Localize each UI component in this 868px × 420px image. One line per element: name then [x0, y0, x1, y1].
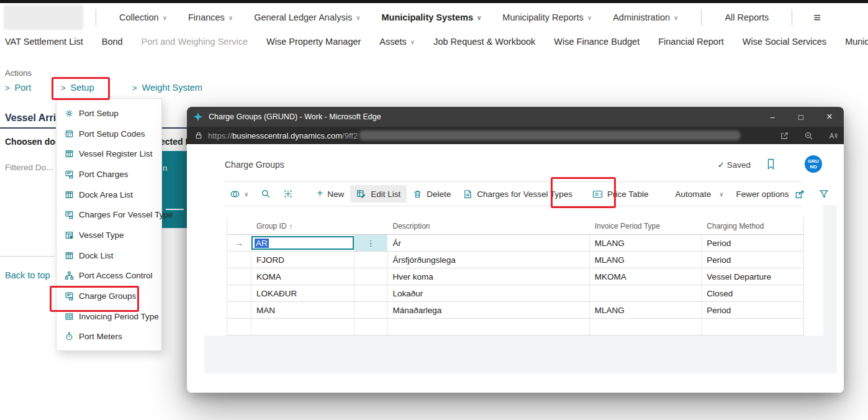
window-titlebar[interactable]: Charge Groups (GRUND) - Work - Microsoft… [187, 107, 844, 127]
cell-charging-method[interactable]: Period [702, 235, 803, 251]
cell-invoice-period-type[interactable]: MLANG [590, 302, 702, 318]
bookmark-icon[interactable] [766, 158, 775, 170]
ellipsis-vertical-icon[interactable]: ⋮ [355, 235, 387, 251]
chevron-down-icon: ∨ [587, 14, 592, 21]
header-charging-method[interactable]: Charging Method [702, 222, 803, 231]
expand-icon: > [61, 83, 66, 93]
menu-item-port-charges[interactable]: Port Charges [57, 164, 161, 185]
nav-financial-report[interactable]: Financial Report [658, 37, 724, 47]
cell-charging-method[interactable]: Closed [702, 285, 803, 301]
cell-charging-method[interactable]: Vessel Departure [702, 268, 803, 285]
menu-item-port-access-control[interactable]: Port Access Control [57, 266, 161, 286]
filter-icon[interactable] [819, 189, 829, 199]
nav-municipality-reports[interactable]: Municipality Reports∨ [502, 12, 592, 22]
header-description[interactable]: Description [387, 222, 589, 231]
url-bar[interactable]: https://businesscentral.dynamics.com/9ff… [187, 127, 844, 144]
expand-icon: > [5, 83, 10, 93]
price-card-icon [592, 189, 603, 199]
cell-description[interactable]: Lokaður [388, 285, 590, 301]
fewer-options-button[interactable]: Fewer options [730, 186, 795, 203]
action-port[interactable]: >Port [5, 83, 31, 93]
cell-description[interactable]: Mánaðarlega [388, 302, 590, 318]
menu-item-invoicing-period-type[interactable]: Invoicing Period Type [57, 306, 161, 327]
zoom-out-icon[interactable] [804, 131, 813, 140]
nav-job-request-workbook[interactable]: Job Request & Workbook [433, 37, 535, 47]
nav-finances[interactable]: Finances∨ [188, 12, 233, 22]
cell-group-id[interactable]: LOKAÐUR [251, 285, 355, 301]
nav-municipality-gateway[interactable]: Municipality gateway [845, 37, 868, 47]
user-avatar[interactable]: GRUND [805, 155, 822, 173]
url-domain: businesscentral.dynamics.com [232, 131, 342, 140]
cell-invoice-period-type[interactable] [590, 285, 702, 301]
view-list-icon[interactable] [843, 189, 844, 199]
screen: Collection∨ Finances∨ General Ledger Ana… [0, 0, 868, 420]
menu-item-port-setup[interactable]: Port Setup [57, 103, 161, 124]
nav-collection[interactable]: Collection∨ [119, 12, 167, 22]
cell-invoice-period-type[interactable]: MLANG [590, 235, 702, 251]
nav-wise-property-manager[interactable]: Wise Property Manager [266, 37, 361, 47]
menu-item-charges-for-vessel-type[interactable]: Charges For Vessel Type [57, 204, 161, 225]
chevron-down-icon: ∨ [477, 14, 481, 21]
filtered-dock-label: Filtered Do... [5, 163, 53, 172]
nav-administration[interactable]: Administration∨ [613, 12, 678, 22]
charges-for-vessel-types-button[interactable]: Charges for Vessel Types [457, 186, 579, 203]
read-aloud-icon[interactable] [828, 131, 838, 140]
table-columns-icon [65, 190, 74, 199]
delete-button[interactable]: Delete [407, 186, 457, 203]
cell-description[interactable]: Ársfjórðungslega [388, 252, 590, 268]
menu-item-vessel-type[interactable]: Vessel Type [57, 225, 161, 245]
cell-description[interactable]: Ár [387, 235, 589, 251]
action-weight-system[interactable]: >Weight System [132, 83, 202, 93]
header-invoice-period-type[interactable]: Invoice Period Type [590, 222, 702, 231]
search-icon[interactable] [261, 189, 271, 199]
back-to-top-link[interactable]: Back to top [5, 270, 50, 280]
window-title: Charge Groups (GRUND) - Work - Microsoft… [209, 112, 758, 121]
header-group-id[interactable]: Group ID↑ [251, 222, 355, 231]
table-grid-icon [65, 231, 74, 240]
cell-invoice-period-type[interactable]: MLANG [590, 252, 702, 268]
cell-charging-method[interactable]: Period [702, 302, 803, 318]
chevron-down-icon: ∨ [356, 14, 360, 21]
maximize-button[interactable]: □ [787, 107, 815, 127]
cell-invoice-period-type[interactable]: MKOMA [590, 268, 702, 285]
menu-item-charge-groups[interactable]: Charge Groups [57, 286, 161, 306]
nav-assets[interactable]: Assets∨ [379, 37, 415, 47]
share-icon[interactable] [795, 189, 805, 199]
menu-item-port-setup-codes[interactable]: Port Setup Codes [57, 124, 161, 144]
nav-port-and-weighing-service[interactable]: Port and Weighing Service [142, 37, 248, 47]
charges-doc-icon [65, 291, 74, 301]
open-in-new-window-icon[interactable] [780, 131, 789, 140]
cell-group-id[interactable]: FJORD [251, 252, 355, 268]
analyze-icon[interactable] [283, 189, 293, 199]
nav-wise-finance-budget[interactable]: Wise Finance Budget [554, 37, 640, 47]
menu-item-dock-list[interactable]: Dock List [57, 245, 161, 266]
nav-vat-settlement-list[interactable]: VAT Settlement List [5, 37, 83, 47]
new-button[interactable]: +New [310, 184, 350, 204]
company-logo[interactable] [4, 5, 83, 30]
nav-bond[interactable]: Bond [102, 37, 123, 47]
table-row-empty[interactable] [227, 319, 803, 336]
current-row-indicator: → [227, 235, 251, 251]
nav-all-reports[interactable]: All Reports [725, 12, 769, 22]
hamburger-menu-icon[interactable]: ≡ [813, 11, 821, 25]
menu-item-vessel-register-list[interactable]: Vessel Register List [57, 144, 161, 164]
nav-wise-social-services[interactable]: Wise Social Services [743, 37, 826, 47]
nav-municipality-systems[interactable]: Municipality Systems∨ [382, 12, 482, 22]
cell-group-id[interactable]: AR [251, 235, 355, 251]
edit-list-button[interactable]: Edit List [350, 185, 407, 203]
minimize-button[interactable]: – [758, 107, 787, 127]
close-button[interactable]: × [815, 107, 844, 127]
cell-group-id[interactable]: MAN [251, 302, 355, 318]
menu-item-port-meters[interactable]: Port Meters [57, 327, 161, 347]
cell-charging-method[interactable]: Period [702, 252, 803, 268]
actions-label: Actions [5, 68, 32, 78]
views-icon[interactable]: ∨ [230, 189, 248, 199]
action-setup[interactable]: >Setup [61, 83, 94, 93]
nav-general-ledger-analysis[interactable]: General Ledger Analysis∨ [254, 12, 360, 22]
automate-button[interactable]: Automate∨ [669, 186, 730, 203]
row-menu-cell[interactable]: ⋮ [355, 235, 388, 251]
price-table-button[interactable]: Price Table [586, 186, 655, 203]
menu-item-dock-area-list[interactable]: Dock Area List [57, 185, 161, 205]
cell-group-id[interactable]: KOMA [251, 268, 355, 285]
cell-description[interactable]: Hver koma [388, 268, 590, 285]
